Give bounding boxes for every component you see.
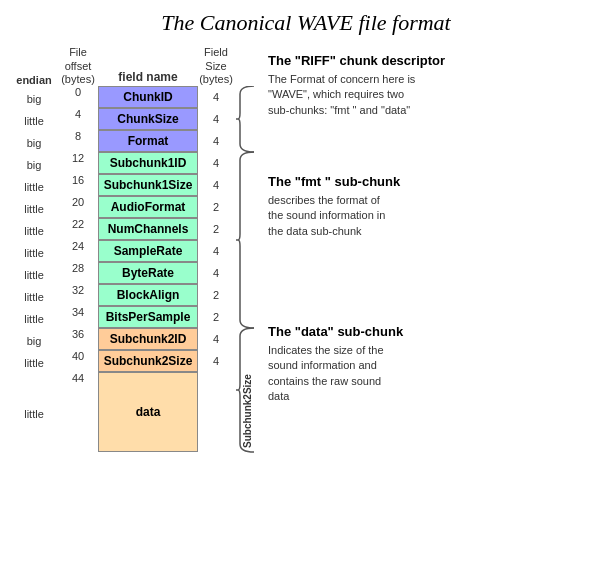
endian-cell: little: [10, 352, 58, 374]
offset-cell: 34: [58, 306, 98, 328]
size-column: Field Size (bytes) 4444422442244: [198, 48, 234, 452]
annotation-block: The "RIFF" chunk descriptorThe Format of…: [268, 53, 483, 118]
size-cell: [198, 372, 234, 452]
main-layout: endian biglittlebigbiglittlelittlelittle…: [10, 48, 602, 454]
offset-column: File offset (bytes) 04812162022242832343…: [58, 48, 98, 452]
field-cell: Subchunk1Size: [98, 174, 198, 196]
size-cell: 2: [198, 218, 234, 240]
offset-cell: 4: [58, 108, 98, 130]
size-cell: 2: [198, 306, 234, 328]
annotation-title: The "data" sub-chunk: [268, 324, 483, 339]
endian-cell: little: [10, 242, 58, 264]
size-cell: 4: [198, 350, 234, 372]
size-cell: 2: [198, 284, 234, 306]
field-cell: Subchunk2Size: [98, 350, 198, 372]
offset-cell: 36: [58, 328, 98, 350]
size-cell: 4: [198, 152, 234, 174]
annotation-title: The "fmt " sub-chunk: [268, 174, 483, 189]
offset-cell: 20: [58, 196, 98, 218]
size-cell: 4: [198, 86, 234, 108]
field-cell: ChunkID: [98, 86, 198, 108]
annotation-block: The "fmt " sub-chunkdescribes the format…: [268, 174, 483, 239]
annotation-text: Indicates the size of the sound informat…: [268, 343, 483, 405]
size-cell: 4: [198, 174, 234, 196]
size-header: Field Size (bytes): [198, 48, 234, 86]
offset-cell: 28: [58, 262, 98, 284]
size-cell: 2: [198, 196, 234, 218]
size-cell: 4: [198, 130, 234, 152]
field-cell: BlockAlign: [98, 284, 198, 306]
field-cell: ChunkSize: [98, 108, 198, 130]
offset-cell: 22: [58, 218, 98, 240]
size-cell: 4: [198, 108, 234, 130]
subchunk2size-label: Subchunk2Size: [242, 376, 253, 448]
endian-header: endian: [16, 48, 51, 86]
field-name-header: field name: [98, 48, 198, 86]
field-cell: SampleRate: [98, 240, 198, 262]
field-cell: Subchunk1ID: [98, 152, 198, 174]
offset-cell: 32: [58, 284, 98, 306]
offset-cell: 12: [58, 152, 98, 174]
field-cell: data: [98, 372, 198, 452]
field-cell: AudioFormat: [98, 196, 198, 218]
endian-cell: big: [10, 132, 58, 154]
endian-cell: little: [10, 264, 58, 286]
endian-cell: little: [10, 198, 58, 220]
field-cell: NumChannels: [98, 218, 198, 240]
offset-cell: 44: [58, 372, 98, 452]
brace-path: [238, 86, 254, 152]
offset-cell: 40: [58, 350, 98, 372]
endian-cell: little: [10, 220, 58, 242]
endian-cell: big: [10, 154, 58, 176]
endian-cell: little: [10, 374, 58, 454]
endian-cell: big: [10, 330, 58, 352]
endian-cell: little: [10, 110, 58, 132]
annotation-text: describes the format of the sound inform…: [268, 193, 483, 239]
size-cell: 4: [198, 262, 234, 284]
page-title: The Canonical WAVE file format: [10, 10, 602, 36]
offset-header: File offset (bytes): [58, 48, 98, 86]
field-cell: BitsPerSample: [98, 306, 198, 328]
endian-cell: little: [10, 308, 58, 330]
annotation-block: The "data" sub-chunkIndicates the size o…: [268, 324, 483, 405]
offset-cell: 0: [58, 86, 98, 108]
offset-cell: 16: [58, 174, 98, 196]
endian-cell: little: [10, 286, 58, 308]
field-table: field name ChunkIDChunkSizeFormatSubchun…: [98, 48, 198, 452]
endian-cell: little: [10, 176, 58, 198]
offset-cell: 8: [58, 130, 98, 152]
endian-cell: big: [10, 88, 58, 110]
endian-column: endian biglittlebigbiglittlelittlelittle…: [10, 48, 58, 454]
page: { "title": "The Canonical WAVE file form…: [0, 0, 612, 567]
annotation-text: The Format of concern here is "WAVE", wh…: [268, 72, 483, 118]
size-cell: 4: [198, 240, 234, 262]
field-cell: ByteRate: [98, 262, 198, 284]
annotation-title: The "RIFF" chunk descriptor: [268, 53, 483, 68]
field-cell: Subchunk2ID: [98, 328, 198, 350]
offset-cell: 24: [58, 240, 98, 262]
size-cell: 4: [198, 328, 234, 350]
brace-path: [238, 152, 254, 328]
field-cell: Format: [98, 130, 198, 152]
